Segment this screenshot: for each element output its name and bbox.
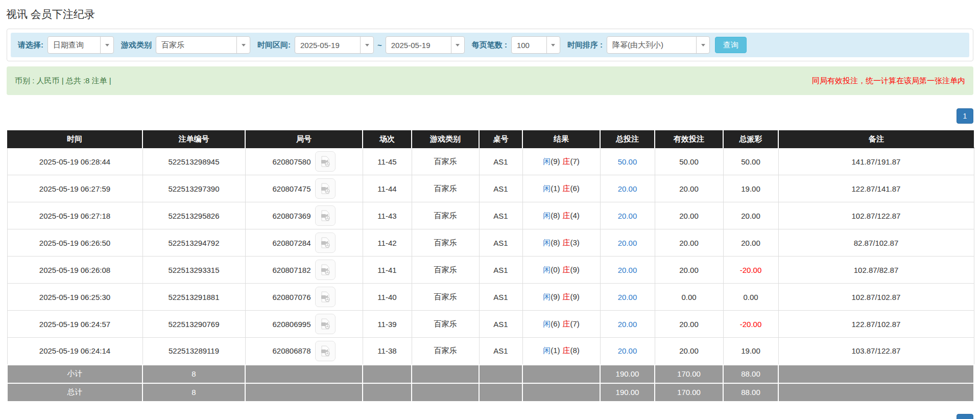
cell-result: 闲(8)庄(4) [522,202,600,229]
page-button-1[interactable]: 1 [957,108,973,124]
cell-remark: 141.87/191.87 [778,148,974,175]
col-total-bet: 总投注 [600,131,655,148]
search-button[interactable]: 查询 [715,37,747,53]
banker-score: (7) [570,157,580,166]
sort-order-value: 降幂(由大到小) [607,40,668,50]
chevron-down-icon[interactable] [451,37,464,53]
subtotal-total-bet: 190.00 [600,365,655,383]
chevron-down-icon[interactable] [546,37,560,53]
date-to-select[interactable]: 2025-05-19 [386,36,465,54]
cell-remark: 82.87/102.87 [778,229,974,257]
per-page-value: 100 [512,41,535,50]
grandtotal-valid-bet: 170.00 [655,383,723,402]
sort-order-label: 时间排序 : [567,40,603,50]
video-replay-button[interactable] [315,260,336,280]
video-replay-button[interactable] [315,178,336,199]
player-score: (8) [551,211,560,220]
cell-bet-id: 522513293315 [142,257,245,284]
cell-table-no: AS1 [479,229,522,257]
cell-result: 闲(0)庄(9) [522,257,600,284]
query-type-select[interactable]: 日期查询 [47,36,114,54]
cell-bet-id: 522513291881 [142,284,245,311]
cell-session: 11-41 [363,257,412,284]
banker-result: 庄 [563,346,570,355]
total-bet-link[interactable]: 50.00 [618,157,637,166]
video-replay-button[interactable] [315,232,336,253]
total-bet-link[interactable]: 20.00 [618,320,637,329]
game-type-select[interactable]: 百家乐 [156,36,250,54]
video-replay-button[interactable] [315,287,336,307]
currency-summary: 币别 : 人民币 | 总共 :8 注单 | [15,76,111,86]
total-bet-link[interactable]: 20.00 [618,346,637,355]
chevron-down-icon[interactable] [236,37,250,53]
page-button-1-bottom[interactable]: 1 [957,414,973,419]
cell-result: 闲(1)庄(6) [522,175,600,202]
cell-remark: 103.87/122.87 [778,338,974,365]
table-row: 2025-05-19 06:26:08 522513293315 6208071… [7,257,974,284]
cell-time: 2025-05-19 06:28:44 [7,148,142,175]
table-body: 2025-05-19 06:28:44 522513298945 6208075… [7,148,974,365]
round-number: 620807182 [272,266,310,274]
total-bet-link[interactable]: 20.00 [618,239,637,247]
cell-session: 11-40 [363,284,412,311]
col-game-type: 游戏类别 [412,131,479,148]
grandtotal-payout: 88.00 [723,383,778,402]
total-bet-link[interactable]: 20.00 [618,293,637,301]
cell-table-no: AS1 [479,175,522,202]
total-bet-link[interactable]: 20.00 [618,266,637,274]
col-result: 结果 [522,131,600,148]
cell-valid-bet: 20.00 [655,338,723,365]
cell-payout: -20.00 [723,311,778,338]
per-page-select[interactable]: 100 [511,36,560,54]
subtotal-valid-bet: 170.00 [655,365,723,383]
query-type-label: 请选择: [18,40,43,50]
cell-bet-id: 522513297390 [142,175,245,202]
video-file-icon [320,318,331,330]
player-score: (1) [551,184,560,193]
cell-payout: 0.00 [723,284,778,311]
cell-total-bet: 20.00 [600,311,655,338]
cell-bet-id: 522513295826 [142,202,245,229]
col-round-id: 局号 [245,131,363,148]
game-type-value: 百家乐 [156,40,189,50]
cell-game-type: 百家乐 [412,257,479,284]
video-replay-button[interactable] [315,205,336,226]
video-replay-button[interactable] [315,151,336,172]
cell-valid-bet: 20.00 [655,257,723,284]
cell-payout: 50.00 [723,148,778,175]
subtotal-count: 8 [142,365,245,383]
cell-remark: 102.87/102.87 [778,284,974,311]
video-replay-button[interactable] [315,314,336,334]
table-row: 2025-05-19 06:24:57 522513290769 6208069… [7,311,974,338]
video-replay-button[interactable] [315,341,336,361]
chevron-down-icon[interactable] [100,37,113,53]
sort-order-select[interactable]: 降幂(由大到小) [607,36,710,54]
cell-result: 闲(8)庄(3) [522,229,600,257]
subtotal-row: 小计 8 190.00 170.00 88.00 [7,365,974,383]
cell-remark: 102.87/122.87 [778,202,974,229]
cell-game-type: 百家乐 [412,284,479,311]
cell-round-id: 620807284 [245,229,363,257]
cell-time: 2025-05-19 06:27:18 [7,202,142,229]
cell-table-no: AS1 [479,338,522,365]
cell-time: 2025-05-19 06:24:14 [7,338,142,365]
grandtotal-row: 总计 8 190.00 170.00 88.00 [7,383,974,402]
chevron-down-icon[interactable] [696,37,709,53]
date-from-select[interactable]: 2025-05-19 [295,36,374,54]
cell-result: 闲(9)庄(9) [522,284,600,311]
filter-bar: 请选择: 日期查询 游戏类别 百家乐 时间区间: 2025-05-19 ~ 20… [11,33,969,57]
col-time: 时间 [7,131,142,148]
cell-payout: -20.00 [723,257,778,284]
video-file-icon [320,210,331,221]
cell-table-no: AS1 [479,257,522,284]
grandtotal-count: 8 [142,383,245,402]
total-bet-link[interactable]: 20.00 [618,212,637,220]
banker-score: (7) [570,319,580,328]
total-bet-link[interactable]: 20.00 [618,184,637,193]
video-file-icon [320,237,331,248]
col-session: 场次 [363,131,412,148]
table-row: 2025-05-19 06:24:14 522513289119 6208068… [7,338,974,365]
chevron-down-icon[interactable] [360,37,373,53]
table-row: 2025-05-19 06:26:50 522513294792 6208072… [7,229,974,257]
cell-game-type: 百家乐 [412,229,479,257]
